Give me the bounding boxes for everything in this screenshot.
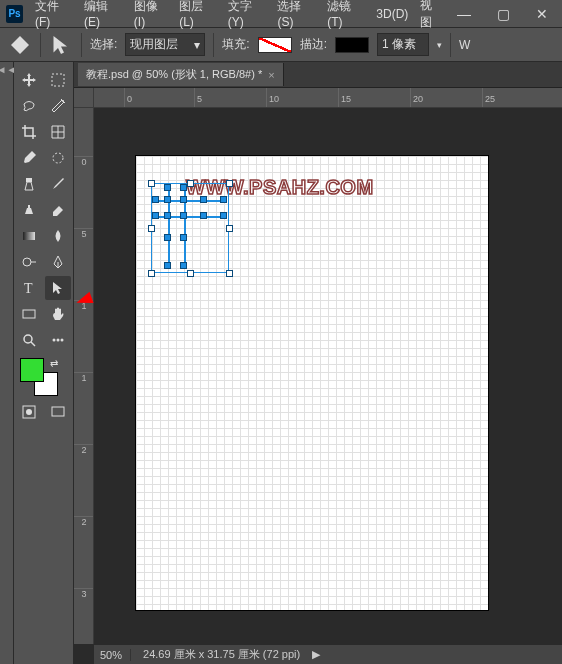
svg-point-2 [53,153,63,163]
vertical-ruler[interactable]: 0511223 [74,108,94,644]
svg-text:T: T [24,281,33,296]
window-minimize[interactable]: — [449,4,479,24]
dodge-tool[interactable] [16,250,42,274]
anchor-point[interactable] [152,196,159,203]
menu-type[interactable]: 文字(Y) [222,0,272,32]
anchor-point[interactable] [180,184,187,191]
anchor-point[interactable] [164,234,171,241]
anchor-point[interactable] [164,212,171,219]
document-tab-title: 教程.psd @ 50% (形状 1, RGB/8#) * [86,67,262,82]
anchor-point[interactable] [180,262,187,269]
marquee-tool[interactable] [45,68,71,92]
horizontal-ruler[interactable]: 0510152025 [94,88,562,108]
menu-file[interactable]: 文件(F) [29,0,78,32]
app-logo: Ps [6,5,23,23]
panel-collapse-handle[interactable]: ◄◄ [0,62,14,664]
rectangle-tool[interactable] [16,302,42,326]
anchor-point[interactable] [220,212,227,219]
anchor-point[interactable] [200,196,207,203]
swap-colors-icon[interactable]: ⇄ [50,358,58,369]
svg-rect-3 [26,178,32,182]
lasso-tool[interactable] [16,94,42,118]
select-label: 选择: [90,36,117,53]
select-dropdown[interactable]: 现用图层▾ [125,33,205,56]
ruler-tick: 1 [74,372,94,383]
clone-stamp-tool[interactable] [16,198,42,222]
pen-tool[interactable] [45,250,71,274]
canvas-viewport[interactable]: WWW.PSAHZ.COM [94,108,562,644]
ruler-tick: 0 [124,88,132,108]
gradient-tool[interactable] [16,224,42,248]
eyedropper-tool[interactable] [16,146,42,170]
anchor-point[interactable] [180,212,187,219]
screen-mode-tool[interactable] [45,400,71,424]
document-tab[interactable]: 教程.psd @ 50% (形状 1, RGB/8#) * × [78,63,284,86]
anchor-point[interactable] [152,212,159,219]
close-tab-icon[interactable]: × [268,69,274,81]
status-bar: 50% 24.69 厘米 x 31.75 厘米 (72 ppi) ▶ [94,644,562,664]
tool-preset-icon[interactable] [8,33,32,57]
eraser-tool[interactable] [45,198,71,222]
slice-tool[interactable] [45,120,71,144]
window-close[interactable]: ✕ [528,4,556,24]
toolbox: T ⇄ [14,62,74,664]
anchor-point[interactable] [220,196,227,203]
transform-handle[interactable] [148,180,155,187]
ruler-tick: 3 [74,588,94,599]
healing-brush-tool[interactable] [16,172,42,196]
transform-handle[interactable] [148,225,155,232]
magic-wand-tool[interactable] [45,94,71,118]
anchor-point[interactable] [164,184,171,191]
blur-tool[interactable] [45,224,71,248]
quick-mask-tool[interactable] [16,400,42,424]
color-swatches[interactable]: ⇄ [20,358,58,396]
stroke-width-input[interactable]: 1 像素 [377,33,429,56]
titlebar: Ps 文件(F) 编辑(E) 图像(I) 图层(L) 文字(Y) 选择(S) 滤… [0,0,562,28]
ruler-origin[interactable] [74,88,94,108]
transform-handle[interactable] [226,270,233,277]
edit-toolbar[interactable] [45,328,71,352]
move-tool[interactable] [16,68,42,92]
menu-filter[interactable]: 滤镜(T) [321,0,370,32]
transform-handle[interactable] [226,180,233,187]
foreground-color-swatch[interactable] [20,358,44,382]
anchor-point[interactable] [164,196,171,203]
ruler-tick: 25 [482,88,495,108]
crop-tool[interactable] [16,120,42,144]
menu-edit[interactable]: 编辑(E) [78,0,128,32]
canvas-paper[interactable]: WWW.PSAHZ.COM [136,156,488,610]
status-arrow-icon[interactable]: ▶ [312,648,320,661]
hand-tool[interactable] [45,302,71,326]
ruler-tick: 5 [74,228,94,239]
type-tool[interactable]: T [16,276,42,300]
quick-selection-tool[interactable] [45,146,71,170]
menu-select[interactable]: 选择(S) [271,0,321,32]
anchor-point[interactable] [200,212,207,219]
ruler-tick: 2 [74,516,94,527]
document-area: 教程.psd @ 50% (形状 1, RGB/8#) * × 05101520… [74,62,562,664]
menu-layer[interactable]: 图层(L) [173,0,222,32]
zoom-tool[interactable] [16,328,42,352]
anchor-point[interactable] [180,234,187,241]
anchor-point[interactable] [164,262,171,269]
brush-tool[interactable] [45,172,71,196]
anchor-point[interactable] [180,196,187,203]
window-maximize[interactable]: ▢ [489,4,518,24]
svg-point-9 [52,339,55,342]
menu-3d[interactable]: 3D(D) [370,4,414,24]
fill-swatch[interactable] [258,37,292,53]
transform-handle[interactable] [148,270,155,277]
stroke-swatch[interactable] [335,37,369,53]
menu-image[interactable]: 图像(I) [128,0,173,32]
ruler-tick: 0 [74,156,94,167]
window-controls: — ▢ ✕ [449,4,556,24]
zoom-level[interactable]: 50% [100,649,131,661]
transform-handle[interactable] [226,225,233,232]
transform-handle[interactable] [187,270,194,277]
path-selection-tool[interactable] [45,276,71,300]
transform-handle[interactable] [187,180,194,187]
w-label: W [459,38,470,52]
menu-view[interactable]: 视图 [414,0,449,34]
fill-label: 填充: [222,36,249,53]
stroke-width-chevron-icon[interactable]: ▾ [437,40,442,50]
